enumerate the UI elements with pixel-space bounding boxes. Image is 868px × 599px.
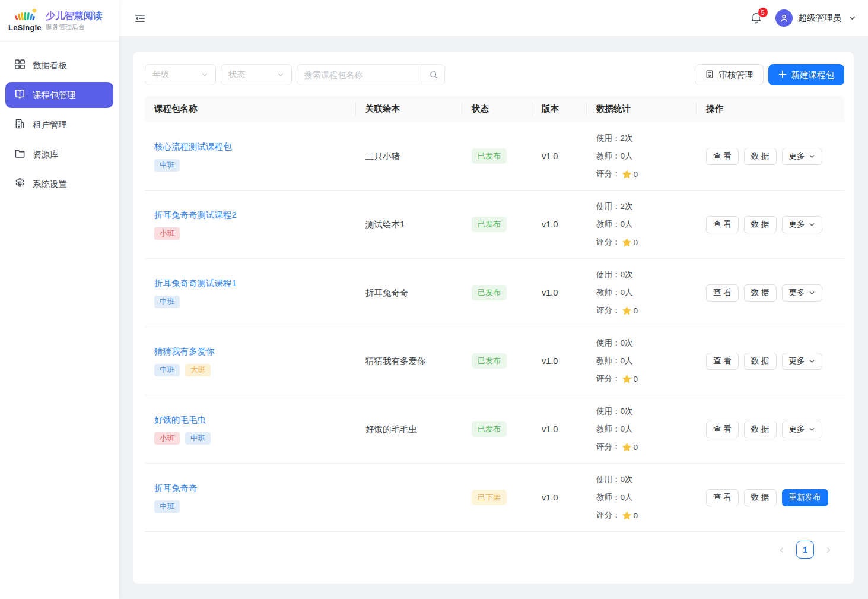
- chevron-down-icon: [809, 153, 815, 160]
- version-cell: v1.0: [532, 493, 587, 502]
- status-badge: 已发布: [472, 217, 507, 232]
- pagination: 1: [145, 532, 844, 559]
- package-name-link[interactable]: 猜猜我有多爱你: [154, 346, 215, 357]
- search-icon[interactable]: [422, 65, 444, 85]
- view-button[interactable]: 查 看: [706, 216, 739, 233]
- column-header: 版本: [532, 96, 587, 122]
- status-cell: 已发布: [462, 421, 532, 437]
- status-cell: 已发布: [462, 285, 532, 300]
- user-name[interactable]: 超级管理员: [799, 12, 842, 24]
- data-button[interactable]: 数 据: [744, 421, 777, 438]
- data-button[interactable]: 数 据: [744, 148, 777, 165]
- grade-filter-placeholder: 年级: [152, 69, 169, 80]
- sidebar-item-label: 系统设置: [33, 179, 67, 190]
- column-header: 操作: [697, 96, 844, 122]
- brand-logo-text: LeSingle: [8, 23, 40, 32]
- actions-cell: 查 看数 据重新发布: [697, 489, 844, 506]
- stats-cell: 使用：2次教师：0人评分：0: [587, 129, 697, 183]
- view-button[interactable]: 查 看: [706, 284, 739, 302]
- teacher-stat: 教师：0人: [596, 215, 697, 233]
- more-button[interactable]: 更多: [782, 353, 822, 370]
- package-name-link[interactable]: 折耳兔奇奇测试课程1: [154, 278, 237, 289]
- sidebar-item-tenants[interactable]: 租户管理: [5, 112, 113, 138]
- sidebar-item-course-packages[interactable]: 课程包管理: [5, 82, 113, 108]
- package-name-link[interactable]: 好饿的毛毛虫: [154, 414, 206, 426]
- data-button[interactable]: 数 据: [744, 216, 777, 233]
- republish-button[interactable]: 重新发布: [782, 489, 828, 506]
- package-name-cell: 核心流程测试课程包中班: [145, 141, 356, 172]
- course-package-table: 课程包名称 关联绘本 状态 版本 数据统计 操作 核心流程测试课程包中班三只小猪…: [145, 96, 844, 532]
- user-avatar[interactable]: [775, 9, 793, 27]
- more-button-label: 更多: [789, 219, 805, 230]
- data-button[interactable]: 数 据: [744, 284, 777, 302]
- sidebar-collapse-icon[interactable]: [134, 12, 146, 24]
- create-course-package-button[interactable]: 新建课程包: [768, 64, 845, 85]
- sidebar-item-label: 课程包管理: [33, 90, 76, 101]
- more-button[interactable]: 更多: [782, 216, 822, 233]
- stats-cell: 使用：0次教师：0人评分：0: [587, 402, 697, 456]
- dashboard-icon: [14, 59, 26, 72]
- more-button[interactable]: 更多: [782, 148, 822, 165]
- view-button[interactable]: 查 看: [706, 421, 739, 438]
- pagination-page-1[interactable]: 1: [796, 541, 814, 559]
- usage-stat: 使用：2次: [596, 129, 697, 147]
- class-tag: 中班: [154, 159, 180, 172]
- stats-cell: 使用：0次教师：0人评分：0: [587, 334, 697, 388]
- usage-stat: 使用：0次: [596, 266, 697, 284]
- sidebar: LeSingle 少儿智慧阅读 服务管理后台 数据看板 课程包管理: [0, 0, 119, 599]
- notification-count-badge: 5: [758, 7, 768, 18]
- brand-logo: LeSingle 少儿智慧阅读 服务管理后台: [0, 0, 119, 42]
- main-content: 年级 状态: [119, 37, 868, 599]
- chevron-down-icon: [809, 426, 815, 433]
- more-button[interactable]: 更多: [782, 284, 822, 302]
- sidebar-item-dashboard[interactable]: 数据看板: [5, 52, 113, 78]
- rating-stat: 评分：0: [596, 233, 697, 251]
- package-name-cell: 好饿的毛毛虫小班中班: [145, 414, 356, 445]
- package-name-link[interactable]: 核心流程测试课程包: [154, 141, 232, 153]
- class-tags: 小班中班: [154, 432, 356, 445]
- star-icon: [622, 442, 632, 452]
- star-icon: [622, 511, 632, 521]
- view-button[interactable]: 查 看: [706, 489, 739, 506]
- user-menu-chevron-down-icon[interactable]: [848, 14, 856, 22]
- package-name-link[interactable]: 折耳兔奇奇测试课程2: [154, 210, 237, 221]
- usage-stat: 使用：0次: [596, 334, 697, 352]
- view-button[interactable]: 查 看: [706, 353, 739, 370]
- status-badge: 已发布: [472, 285, 507, 300]
- book-icon: [14, 88, 26, 102]
- sidebar-item-settings[interactable]: 系统设置: [5, 171, 113, 197]
- grade-filter-select[interactable]: 年级: [145, 64, 216, 85]
- more-button-label: 更多: [789, 356, 805, 366]
- table-header: 课程包名称 关联绘本 状态 版本 数据统计 操作: [145, 96, 844, 122]
- column-header: 状态: [462, 96, 532, 122]
- table-row: 核心流程测试课程包中班三只小猪已发布v1.0使用：2次教师：0人评分：0查 看数…: [145, 122, 844, 191]
- star-icon: [622, 237, 632, 248]
- chevron-down-icon: [809, 290, 815, 296]
- pagination-next-icon[interactable]: [822, 544, 835, 556]
- data-button[interactable]: 数 据: [744, 353, 777, 370]
- more-button[interactable]: 更多: [782, 421, 822, 438]
- teacher-stat: 教师：0人: [596, 284, 697, 302]
- teacher-stat: 教师：0人: [596, 489, 697, 506]
- linked-book-cell: 猜猜我有多爱你: [356, 356, 462, 367]
- version-cell: v1.0: [532, 151, 587, 161]
- chevron-down-icon: [809, 221, 815, 228]
- sidebar-menu: 数据看板 课程包管理 租户管理: [0, 42, 119, 197]
- audit-button-label: 审核管理: [719, 69, 753, 81]
- status-filter-select[interactable]: 状态: [221, 64, 292, 85]
- data-button[interactable]: 数 据: [744, 489, 777, 506]
- sidebar-item-resources[interactable]: 资源库: [5, 141, 113, 167]
- pagination-prev-icon[interactable]: [775, 544, 788, 556]
- audit-management-button[interactable]: 审核管理: [695, 64, 764, 85]
- status-badge: 已发布: [472, 148, 507, 164]
- version-cell: v1.0: [532, 356, 587, 366]
- class-tag: 中班: [154, 296, 180, 308]
- teacher-stat: 教师：0人: [596, 420, 697, 438]
- package-name-link[interactable]: 折耳兔奇奇: [154, 483, 198, 494]
- view-button[interactable]: 查 看: [706, 148, 739, 165]
- table-row: 猜猜我有多爱你中班大班猜猜我有多爱你已发布v1.0使用：0次教师：0人评分：0查…: [145, 327, 844, 395]
- notification-bell-icon[interactable]: 5: [750, 12, 762, 24]
- search-input[interactable]: [297, 70, 422, 80]
- more-button-label: 更多: [789, 287, 805, 298]
- table-row: 折耳兔奇奇中班已下架v1.0使用：0次教师：0人评分：0查 看数 据重新发布: [145, 464, 844, 532]
